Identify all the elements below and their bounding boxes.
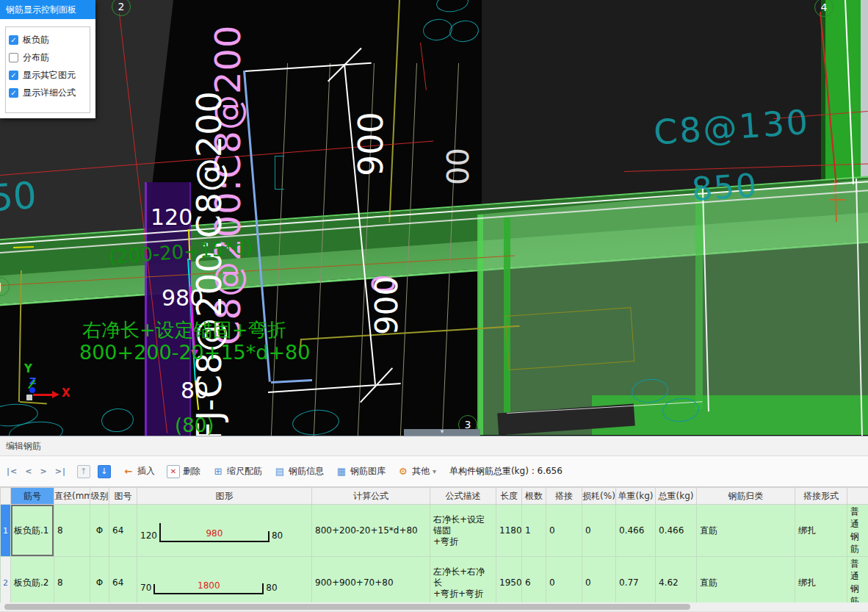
application-window: C8@130 850 50 C8@200:C8@200 FJ-C8@200:C8…: [0, 0, 868, 612]
header-loss[interactable]: 损耗(%): [582, 488, 616, 505]
scale-rebar-button[interactable]: ⊞ 缩尺配筋: [208, 463, 267, 480]
cell-rebar-class[interactable]: 直筋: [697, 505, 795, 557]
cell-fig-no[interactable]: 64: [109, 557, 137, 609]
slab-edge: [477, 215, 483, 435]
cell-shape[interactable]: 70 1800 80: [137, 557, 312, 609]
header-length[interactable]: 长度: [496, 488, 522, 505]
distribution-bar-outline: [448, 18, 480, 43]
checkbox-item-distribution[interactable]: 分布筋: [9, 48, 87, 66]
cell-formula-desc[interactable]: 左净长+右净长 +弯折+弯折: [430, 557, 496, 609]
cell-formula-desc[interactable]: 右净长+设定锚固 +弯折: [430, 505, 496, 557]
cell-lap-type[interactable]: 绑扎: [795, 557, 847, 609]
dim-900-bottom: 900: [372, 276, 402, 335]
cell-unit-weight[interactable]: 0.77: [616, 557, 656, 609]
cell-total-weight[interactable]: 0.466: [656, 505, 697, 557]
scrollbar-thumb[interactable]: [4, 604, 690, 610]
gear-icon: ⚙: [397, 466, 409, 478]
splitter-handle[interactable]: ▾: [404, 429, 480, 436]
cell-level[interactable]: Φ: [90, 505, 109, 557]
header-calc-formula[interactable]: 计算公式: [312, 488, 430, 505]
cell-rebar-type[interactable]: 普通钢筋: [847, 557, 868, 609]
row-number[interactable]: 1: [1, 505, 11, 557]
cell-count[interactable]: 6: [522, 557, 546, 609]
distribution-bar-outline: [292, 408, 341, 436]
header-rownum[interactable]: [1, 488, 11, 505]
cell-length[interactable]: 1180: [496, 505, 522, 557]
cell-fig-no[interactable]: 64: [109, 505, 137, 557]
checkbox-label: 显示详细公式: [23, 87, 76, 99]
cell-length[interactable]: 1950: [496, 557, 522, 609]
nav-next-button[interactable]: >: [37, 467, 49, 476]
cell-loss[interactable]: 0: [582, 557, 616, 609]
checkbox-item-show-other[interactable]: ✓ 显示其它图元: [9, 66, 87, 84]
header-formula-desc[interactable]: 公式描述: [430, 488, 496, 505]
cell-total-weight[interactable]: 4.62: [656, 557, 697, 609]
rebar-info-button[interactable]: ▤ 钢筋信息: [270, 463, 328, 480]
move-up-button[interactable]: ↑: [77, 465, 90, 478]
checkbox-item-slab-negative[interactable]: ✓ 板负筋: [9, 31, 87, 48]
header-total-weight[interactable]: 总重(kg): [656, 488, 697, 505]
distribution-bar-outline: [275, 156, 284, 190]
ucs-origin-square: [26, 395, 32, 400]
header-unit-weight[interactable]: 单重(kg): [616, 488, 656, 505]
cell-calc-formula[interactable]: 800+200-20+15*d+80: [312, 505, 430, 557]
cell-lap[interactable]: 0: [546, 557, 582, 609]
cell-calc-formula[interactable]: 900+900+70+80: [312, 557, 430, 609]
header-rebar-class[interactable]: 钢筋归类: [697, 488, 795, 505]
wall-band: [825, 0, 861, 186]
cell-bar-id[interactable]: 板负筋.2: [11, 557, 54, 609]
dim-50-label: 50: [0, 177, 37, 217]
cell-rebar-class[interactable]: 直筋: [697, 557, 795, 609]
rebar-library-label: 钢筋图库: [350, 465, 386, 478]
cell-loss[interactable]: 0: [582, 505, 616, 557]
header-lap[interactable]: 搭接: [546, 488, 582, 505]
shape-right-value: 80: [266, 583, 277, 594]
header-fig-no[interactable]: 图号: [109, 488, 137, 505]
chevron-down-icon: ▾: [433, 467, 436, 475]
ucs-x-axis: [33, 394, 53, 396]
table-row[interactable]: 2 板负筋.2 8 Φ 64 70 1800 80: [1, 557, 868, 609]
header-lap-type[interactable]: 搭接形式: [795, 488, 847, 505]
dim-80-label: 80: [181, 380, 209, 402]
checkbox-unchecked-icon[interactable]: [9, 53, 18, 62]
insert-button[interactable]: ← 插入: [118, 463, 159, 480]
cell-shape[interactable]: 120 980 80: [137, 505, 312, 557]
panel-title[interactable]: 钢筋显示控制面板: [0, 0, 95, 19]
rebar-display-control-panel[interactable]: 钢筋显示控制面板 ✓ 板负筋 分布筋 ✓ 显示其它图元 ✓ 显示详细公式: [0, 0, 95, 118]
checkbox-checked-icon[interactable]: ✓: [9, 88, 18, 98]
cell-bar-id[interactable]: 板负筋.1: [11, 505, 54, 557]
cell-level[interactable]: Φ: [90, 557, 109, 609]
checkbox-checked-icon[interactable]: ✓: [9, 35, 18, 45]
checkbox-checked-icon[interactable]: ✓: [9, 71, 18, 80]
cell-unit-weight[interactable]: 0.466: [616, 505, 656, 557]
cell-rebar-type[interactable]: 普通钢筋: [847, 505, 868, 557]
cell-diameter[interactable]: 8: [54, 557, 90, 609]
opening-outline: [505, 307, 635, 370]
spacing-label: C8@130: [653, 105, 811, 150]
row-number[interactable]: 2: [1, 557, 11, 609]
nav-first-button[interactable]: |<: [4, 467, 20, 476]
other-button[interactable]: ⚙ 其他 ▾: [393, 463, 441, 480]
header-rebar-type[interactable]: [847, 488, 868, 505]
shape-mid-value: 1800: [153, 580, 264, 591]
nav-last-button[interactable]: >|: [53, 467, 68, 476]
table-row[interactable]: 1 板负筋.1 8 Φ 64 120 980 80: [1, 505, 868, 557]
header-bar-id[interactable]: 筋号: [11, 488, 54, 505]
cell-diameter[interactable]: 8: [54, 505, 90, 557]
horizontal-scrollbar[interactable]: [0, 602, 868, 611]
header-count[interactable]: 根数: [522, 488, 546, 505]
edit-toolbar: |< < > >| ↑ ↓ ← 插入 ✕ 删除 ⊞ 缩尺配筋 ▤ 钢筋信息: [0, 456, 868, 487]
delete-button[interactable]: ✕ 删除: [162, 463, 205, 480]
cell-lap[interactable]: 0: [546, 505, 582, 557]
header-shape[interactable]: 图形: [137, 488, 312, 505]
nav-prev-button[interactable]: <: [23, 467, 35, 476]
checkbox-item-show-formula[interactable]: ✓ 显示详细公式: [9, 84, 87, 101]
cell-count[interactable]: 1: [522, 505, 546, 557]
header-level[interactable]: 级别: [90, 488, 109, 505]
selected-rebar-line[interactable]: [271, 379, 312, 383]
cell-lap-type[interactable]: 绑扎: [795, 505, 847, 557]
cad-viewport[interactable]: C8@130 850 50 C8@200:C8@200 FJ-C8@200:C8…: [0, 0, 868, 436]
rebar-library-button[interactable]: ▦ 钢筋图库: [331, 463, 390, 480]
header-diameter[interactable]: 直径(mm): [54, 488, 90, 505]
move-down-button[interactable]: ↓: [98, 465, 111, 478]
